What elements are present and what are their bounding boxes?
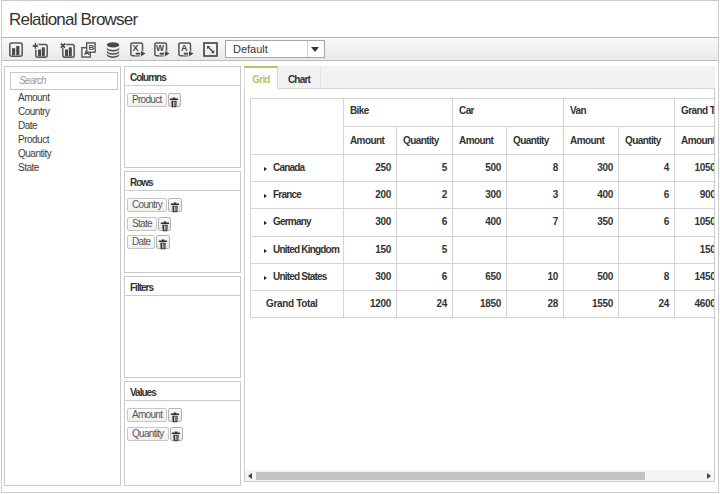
svg-text:A: A xyxy=(181,43,188,53)
svg-text:X: X xyxy=(133,43,139,53)
svg-text:B: B xyxy=(89,43,95,52)
svg-text:W: W xyxy=(156,43,165,53)
